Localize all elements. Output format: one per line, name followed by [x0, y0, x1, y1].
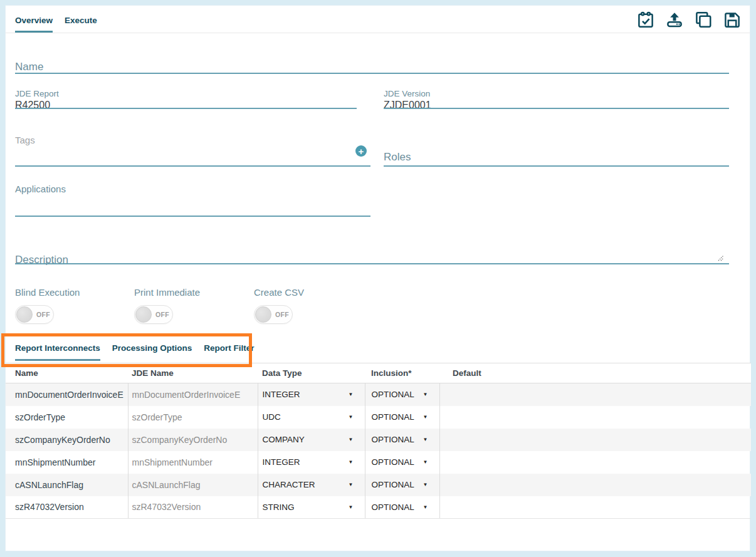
inclusion-select[interactable]: OPTIONAL▼ [372, 502, 439, 512]
toolbar [636, 11, 742, 31]
tab-overview[interactable]: Overview [15, 6, 53, 33]
cell-name: szCompanyKeyOrderNo [6, 429, 128, 451]
cell-default[interactable] [439, 496, 751, 519]
copy-button[interactable] [693, 11, 713, 31]
cell-default[interactable] [439, 429, 751, 451]
schedule-button[interactable] [636, 11, 655, 31]
print-immediate-label: Print Immediate [134, 287, 200, 298]
name-input[interactable] [15, 73, 729, 74]
col-header-jde-name: JDE Name [128, 363, 258, 383]
jde-report-underline [15, 108, 357, 109]
cell-jde-name: mnDocumentOrderInvoiceE [128, 383, 258, 406]
tags-input[interactable] [15, 165, 370, 167]
add-tag-button[interactable]: + [355, 145, 367, 157]
toggle-state-label: OFF [155, 311, 169, 318]
table-row: szCompanyKeyOrderNo szCompanyKeyOrderNo … [6, 429, 751, 451]
chevron-down-icon: ▼ [423, 392, 428, 397]
cell-name: mnDocumentOrderInvoiceE [6, 383, 128, 406]
blind-execution-label: Blind Execution [15, 287, 80, 298]
cell-jde-name: szOrderType [128, 406, 258, 429]
copy-icon [694, 11, 713, 32]
col-header-default: Default [439, 363, 751, 383]
jde-report-value[interactable]: R42500 [15, 100, 50, 111]
chevron-down-icon: ▼ [349, 414, 354, 420]
chevron-down-icon: ▼ [349, 459, 354, 465]
toggle-knob [255, 306, 271, 323]
inclusion-select[interactable]: OPTIONAL▼ [372, 457, 439, 467]
description-input[interactable] [15, 263, 729, 264]
data-type-select[interactable]: CHARACTER▼ [263, 480, 365, 489]
page: { "colors": { "accent_teal": "#124c60", … [0, 0, 756, 557]
chevron-down-icon: ▼ [423, 414, 428, 420]
table-row: cASNLaunchFlag cASNLaunchFlag CHARACTER▼… [6, 474, 751, 496]
chevron-down-icon: ▼ [349, 504, 354, 510]
schedule-icon [636, 11, 655, 32]
data-type-select[interactable]: INTEGER▼ [263, 390, 365, 399]
table-row: szR47032Version szR47032Version STRING▼ … [6, 496, 751, 519]
chevron-down-icon: ▼ [423, 459, 428, 465]
blind-execution-toggle[interactable]: OFF [15, 305, 54, 324]
name-field-placeholder: Name [15, 61, 43, 73]
inclusion-select[interactable]: OPTIONAL▼ [372, 412, 439, 422]
inclusion-select[interactable]: OPTIONAL▼ [372, 480, 439, 489]
chevron-down-icon: ▼ [423, 504, 428, 510]
upload-icon [665, 11, 684, 32]
col-header-name: Name [6, 363, 128, 383]
cell-name: cASNLaunchFlag [6, 474, 128, 496]
chevron-down-icon: ▼ [349, 437, 354, 442]
description-field-placeholder: Description [15, 254, 68, 266]
cell-default[interactable] [439, 383, 751, 406]
data-type-select[interactable]: STRING▼ [263, 502, 365, 512]
table-header-row: Name JDE Name Data Type Inclusion* Defau… [6, 363, 751, 383]
cell-jde-name: mnShipmentNumber [128, 451, 258, 474]
cell-default[interactable] [439, 406, 751, 429]
table-row: mnShipmentNumber mnShipmentNumber INTEGE… [6, 451, 751, 474]
chevron-down-icon: ▼ [349, 482, 354, 487]
inclusion-select[interactable]: OPTIONAL▼ [372, 435, 439, 444]
toggle-state-label: OFF [275, 311, 289, 318]
tab-processing-options[interactable]: Processing Options [112, 338, 192, 361]
applications-label: Applications [15, 184, 66, 194]
chevron-down-icon: ▼ [349, 392, 354, 397]
data-type-select[interactable]: UDC▼ [263, 412, 365, 422]
chevron-down-icon: ▼ [423, 437, 428, 442]
inclusion-select[interactable]: OPTIONAL▼ [372, 390, 439, 399]
roles-field-placeholder: Roles [384, 151, 411, 164]
cell-jde-name: cASNLaunchFlag [128, 474, 258, 496]
tab-report-interconnects[interactable]: Report Interconnects [15, 338, 100, 361]
data-type-select[interactable]: COMPANY▼ [263, 435, 365, 444]
cell-jde-name: szCompanyKeyOrderNo [128, 429, 258, 451]
cell-name: szR47032Version [6, 496, 128, 519]
jde-version-value[interactable]: ZJDE0001 [384, 100, 431, 111]
applications-input[interactable] [15, 216, 370, 217]
jde-version-underline [384, 108, 729, 109]
chevron-down-icon: ▼ [423, 482, 428, 487]
interconnects-table: Name JDE Name Data Type Inclusion* Defau… [6, 363, 751, 519]
cell-name: szOrderType [6, 406, 128, 429]
jde-report-label: JDE Report [15, 89, 59, 98]
table-row: szOrderType szOrderType UDC▼ OPTIONAL▼ [6, 406, 751, 429]
toggle-knob [16, 306, 33, 323]
tab-report-filter[interactable]: Report Filter [204, 338, 254, 361]
cell-name: mnShipmentNumber [6, 451, 128, 474]
toggle-state-label: OFF [36, 311, 50, 318]
roles-input[interactable] [384, 165, 729, 167]
data-type-select[interactable]: INTEGER▼ [263, 457, 365, 467]
col-header-inclusion: Inclusion* [365, 363, 439, 383]
save-button[interactable] [722, 11, 742, 31]
create-csv-toggle[interactable]: OFF [254, 305, 293, 324]
cell-jde-name: szR47032Version [128, 496, 258, 519]
main-card: Overview Execute [5, 5, 750, 551]
cell-default[interactable] [439, 451, 751, 474]
jde-version-label: JDE Version [384, 89, 430, 98]
detail-tabs: Report Interconnects Processing Options … [15, 338, 255, 361]
tab-execute[interactable]: Execute [65, 6, 97, 33]
tags-field-placeholder: Tags [15, 135, 35, 145]
cell-default[interactable] [439, 474, 751, 496]
col-header-data-type: Data Type [258, 363, 365, 383]
create-csv-label: Create CSV [254, 287, 304, 298]
upload-button[interactable] [664, 11, 684, 31]
save-icon [723, 11, 742, 32]
print-immediate-toggle[interactable]: OFF [134, 305, 173, 324]
toggle-knob [135, 306, 152, 323]
